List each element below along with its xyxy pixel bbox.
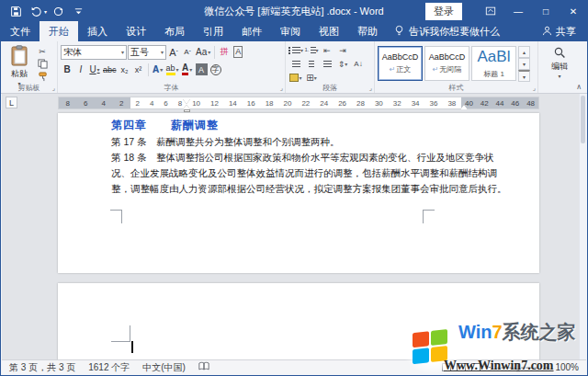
vertical-scrollbar[interactable]: [579, 94, 586, 359]
font-dialog-launcher-icon[interactable]: ⌟: [280, 84, 283, 92]
underline-button[interactable]: U▾: [88, 63, 101, 77]
ruler-left-margin: 8642: [59, 97, 130, 108]
character-shading-button[interactable]: A: [195, 63, 209, 77]
tab-view[interactable]: 视图: [310, 21, 348, 41]
zoom-in-icon[interactable]: +: [545, 362, 550, 372]
tab-mailings[interactable]: 邮件: [232, 21, 271, 41]
bullets-button[interactable]: ▾: [288, 43, 303, 57]
customize-qat-icon[interactable]: [69, 2, 87, 20]
style-no-spacing[interactable]: AaBbCcD ↵无间隔: [424, 46, 469, 81]
font-size-select[interactable]: 五号 ▾: [128, 45, 166, 60]
increase-indent-button[interactable]: ⇥: [335, 43, 350, 57]
proofing-icon[interactable]: [198, 361, 209, 373]
ribbon-display-options-icon[interactable]: [477, 1, 504, 21]
decrease-indent-button[interactable]: ⇤: [320, 43, 334, 57]
left-indent-marker[interactable]: [184, 109, 190, 112]
style-heading1[interactable]: AaBl 标题 1: [471, 46, 516, 81]
tab-home[interactable]: 开始: [40, 21, 78, 41]
maximize-button[interactable]: □: [532, 1, 560, 21]
line-spacing-button[interactable]: ⇕▾: [335, 57, 350, 71]
document-page[interactable]: [58, 283, 539, 359]
shading-button[interactable]: ▾: [288, 71, 303, 85]
borders-button[interactable]: ⊞▾: [304, 71, 319, 85]
styles-scroll-up-icon[interactable]: ▴: [518, 46, 530, 58]
sort-button[interactable]: A↓: [351, 57, 366, 71]
bold-button[interactable]: B: [61, 63, 74, 77]
tab-design[interactable]: 设计: [117, 21, 155, 41]
page-indicator[interactable]: 第 3 页，共 3 页: [9, 361, 75, 374]
cut-icon[interactable]: ✂: [35, 45, 50, 57]
text-effects-button[interactable]: A▾: [152, 63, 164, 77]
superscript-button[interactable]: x²: [132, 63, 145, 77]
paste-dropdown-icon: ▾: [17, 80, 20, 86]
tab-stop-selector[interactable]: L: [6, 97, 17, 108]
numbering-button[interactable]: 1.▾: [304, 43, 319, 57]
shrink-font-button[interactable]: Aˇ: [181, 45, 194, 60]
copy-icon[interactable]: [35, 58, 50, 70]
sign-in-button[interactable]: 登录: [425, 3, 462, 20]
undo-icon[interactable]: [27, 2, 45, 20]
editing-button[interactable]: 编辑 ▾: [541, 43, 578, 79]
redo-icon[interactable]: [49, 2, 67, 20]
text-cursor: [131, 341, 133, 353]
subscript-button[interactable]: x₂: [119, 63, 131, 77]
share-button[interactable]: 共享: [531, 21, 587, 41]
character-border-button[interactable]: A: [232, 45, 244, 60]
change-case-button[interactable]: Aa▾: [195, 45, 211, 60]
ribbon: 粘贴 ▾ ✂ 剪贴板 ⌟ 宋体: [1, 41, 587, 94]
horizontal-ruler[interactable]: 8642 2468101214161820222426283032343638 …: [58, 97, 539, 109]
web-layout-icon[interactable]: [471, 363, 481, 371]
close-button[interactable]: ✕: [560, 1, 587, 21]
tab-insert[interactable]: 插入: [78, 21, 117, 41]
style-normal[interactable]: AaBbCcD ↵正文: [378, 46, 423, 81]
document-area: L 8642 246810121416182022242628303234363…: [2, 94, 579, 359]
italic-button[interactable]: I: [74, 63, 87, 77]
read-mode-icon[interactable]: [442, 363, 451, 371]
zoom-slider[interactable]: [497, 367, 539, 369]
tab-review[interactable]: 审阅: [271, 21, 310, 41]
paste-button[interactable]: 粘贴 ▾: [4, 43, 35, 86]
print-layout-icon[interactable]: [457, 363, 466, 371]
enclose-characters-button[interactable]: 字: [209, 63, 222, 77]
ruler-text-area: 2468101214161820222426283032343638: [130, 97, 461, 108]
highlight-button[interactable]: ab▾: [165, 63, 180, 77]
first-line-indent-marker[interactable]: [183, 99, 190, 104]
paragraph-dialog-launcher-icon[interactable]: ⌟: [369, 84, 372, 92]
clipboard-dialog-launcher-icon[interactable]: ⌟: [52, 84, 55, 92]
share-label: 共享: [556, 25, 576, 39]
styles-dialog-launcher-icon[interactable]: ⌟: [533, 84, 536, 92]
clipboard-icon: [10, 45, 28, 67]
undo-dropdown-icon[interactable]: ▾: [44, 8, 47, 15]
align-left-button[interactable]: [288, 57, 303, 71]
scrollbar-thumb[interactable]: [581, 96, 585, 143]
zoom-out-icon[interactable]: −: [486, 362, 492, 372]
ribbon-tab-row: 文件 开始 插入 设计 布局 引用 邮件 审阅 视图 帮助 告诉我你想要做什么 …: [1, 21, 587, 41]
title-bar: ▾ 微信公众号 [新端英充电站] .docx - Word 登录 — □ ✕: [1, 1, 587, 21]
collapse-ribbon-icon[interactable]: ∧: [576, 83, 582, 91]
word-count[interactable]: 1612 个字: [88, 361, 130, 374]
font-color-button[interactable]: A▾: [181, 63, 194, 77]
styles-gallery-more-icon[interactable]: ▾: [518, 70, 530, 82]
strikethrough-button[interactable]: abc: [102, 63, 118, 77]
tab-layout[interactable]: 布局: [155, 21, 194, 41]
font-name-select[interactable]: 宋体 ▾: [61, 45, 127, 60]
grow-font-button[interactable]: Aˆ: [167, 45, 180, 60]
document-page[interactable]: 第四章 薪酬调整 第 17 条 薪酬调整共分为整体调整和个别调整两种。 第 18…: [58, 113, 539, 273]
phonetic-guide-button[interactable]: 拼: [218, 45, 231, 60]
zoom-slider-thumb[interactable]: [516, 363, 520, 372]
language-indicator[interactable]: 中文(中国): [142, 361, 186, 374]
right-indent-marker[interactable]: [460, 105, 468, 109]
zoom-level[interactable]: 100%: [555, 362, 579, 372]
tab-references[interactable]: 引用: [194, 21, 232, 41]
align-center-button[interactable]: [304, 57, 319, 71]
styles-scroll-down-icon[interactable]: ▾: [518, 58, 530, 70]
align-right-button[interactable]: [320, 57, 334, 71]
save-icon[interactable]: [6, 2, 25, 20]
tell-me-box[interactable]: 告诉我你想要做什么: [387, 21, 507, 41]
tab-file[interactable]: 文件: [1, 21, 40, 41]
text-line: 第 18 条 整体调整指公司根据国家政策和物价水平等宏观因素的变化、行业及地区竞…: [111, 150, 490, 165]
tab-help[interactable]: 帮助: [348, 21, 387, 41]
clipboard-group: 粘贴 ▾ ✂ 剪贴板 ⌟: [1, 41, 58, 93]
format-painter-icon[interactable]: [35, 71, 50, 83]
minimize-button[interactable]: —: [504, 1, 532, 21]
